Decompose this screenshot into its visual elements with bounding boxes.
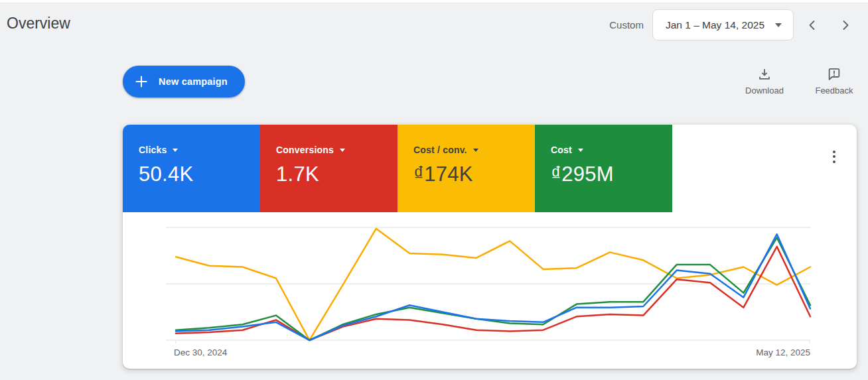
series-conversions: [176, 247, 810, 340]
caret-down-icon: [340, 149, 345, 155]
scorecards: Clicks 50.4K Conversions 1.7K Cost / con…: [123, 125, 672, 212]
scorecard-value: ₫295M: [551, 162, 672, 186]
date-range-controls: Custom Jan 1 – May 14, 2025: [609, 9, 856, 41]
scorecard-label-row: Clicks: [139, 145, 260, 155]
next-period-button[interactable]: [835, 15, 856, 36]
feedback-button[interactable]: Feedback: [806, 67, 863, 95]
new-campaign-button[interactable]: New campaign: [123, 66, 245, 97]
feedback-label: Feedback: [815, 86, 853, 95]
scorecard-label-row: Conversions: [276, 145, 398, 155]
scorecard-cost-per-conv[interactable]: Cost / conv. ₫174K: [398, 125, 535, 212]
caret-down-icon: [578, 149, 583, 155]
scorecard-value: 50.4K: [139, 162, 260, 186]
caret-down-icon: [173, 149, 178, 155]
scorecard-label: Cost: [551, 145, 572, 155]
card-menu-button[interactable]: [826, 147, 842, 166]
scorecard-label-row: Cost: [551, 145, 672, 155]
date-range-picker[interactable]: Jan 1 – May 14, 2025: [652, 9, 794, 40]
date-range-type-label: Custom: [609, 19, 644, 31]
overview-page: Overview Custom Jan 1 – May 14, 2025 New…: [0, 0, 868, 380]
scorecard-cost[interactable]: Cost ₫295M: [535, 125, 672, 212]
top-divider: [0, 0, 868, 3]
scorecard-conversions[interactable]: Conversions 1.7K: [260, 125, 398, 212]
download-icon: [757, 67, 772, 82]
overview-card: Clicks 50.4K Conversions 1.7K Cost / con…: [123, 125, 857, 369]
kebab-menu-icon: [833, 151, 835, 153]
scorecard-label: Clicks: [139, 145, 167, 155]
chevron-right-icon: [839, 19, 851, 31]
x-axis-label-end: May 12, 2025: [756, 348, 810, 357]
scorecard-label: Conversions: [276, 145, 334, 155]
feedback-icon: [827, 67, 841, 82]
caret-down-icon: [775, 23, 782, 31]
scorecard-label: Cost / conv.: [413, 145, 467, 155]
previous-period-button[interactable]: [802, 15, 823, 36]
download-button[interactable]: Download: [736, 67, 793, 95]
chevron-left-icon: [806, 19, 818, 31]
page-title: Overview: [7, 15, 70, 32]
scorecard-value: 1.7K: [276, 162, 398, 186]
scorecard-label-row: Cost / conv.: [413, 145, 535, 155]
series-cost: [176, 237, 810, 340]
new-campaign-label: New campaign: [159, 76, 228, 87]
plus-icon: [134, 74, 149, 89]
caret-down-icon: [473, 149, 478, 155]
scorecard-clicks[interactable]: Clicks 50.4K: [123, 125, 260, 212]
x-axis-label-start: Dec 30, 2024: [174, 348, 227, 357]
download-label: Download: [745, 86, 784, 95]
scorecard-value: ₫174K: [413, 162, 535, 186]
date-range-value: Jan 1 – May 14, 2025: [666, 19, 764, 31]
